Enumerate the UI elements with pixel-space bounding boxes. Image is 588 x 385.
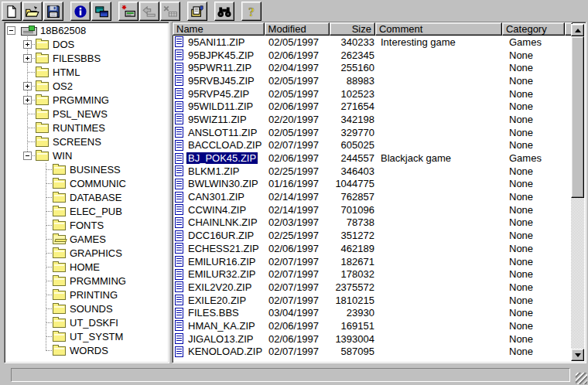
file-name-cell[interactable]: 95BJPK45.ZIP (173, 49, 265, 61)
tree-item-label[interactable]: FONTS (70, 220, 104, 231)
tree-item-label[interactable]: PRGMMING (70, 275, 126, 287)
selected-file-name[interactable]: BJ_POK45.ZIP (186, 152, 258, 164)
file-name-cell[interactable]: DCC16UR.ZIP (173, 230, 265, 241)
file-name[interactable]: CAN301.ZIP (186, 191, 246, 203)
column-header-comment[interactable]: Comment (375, 22, 502, 36)
file-name-cell[interactable]: 95RVBJ45.ZIP (173, 75, 265, 87)
find-button[interactable] (214, 2, 234, 21)
tree-item-label[interactable]: PRGMMING (53, 94, 109, 106)
table-row[interactable]: CHAINLNK.ZIP02/03/199778738None (173, 216, 573, 230)
scroll-down-button[interactable] (571, 349, 584, 361)
table-row[interactable]: 95WILD11.ZIP02/06/1997271654None (173, 100, 573, 113)
file-name[interactable]: JIGALO13.ZIP (186, 333, 255, 345)
file-name-cell[interactable]: 95PWR11.ZIP (173, 62, 265, 73)
file-name-cell[interactable]: EMILUR32.ZIP (173, 268, 265, 280)
table-row[interactable]: EXILE20.ZIP02/07/19971810215None (173, 294, 573, 307)
expand-icon[interactable] (23, 40, 32, 49)
table-row[interactable]: BLKM1.ZIP02/25/1997346403None (173, 165, 573, 178)
tree-item-label[interactable]: DATABASE (70, 192, 121, 203)
tree-item-label[interactable]: UT_DSKFI (70, 317, 118, 329)
file-name[interactable]: HMAN_KA.ZIP (186, 320, 257, 332)
tree-item-label[interactable]: HOME (70, 261, 100, 273)
collapse-icon[interactable] (23, 152, 32, 160)
table-row[interactable]: EMILUR16.ZIP02/07/1997182671None (173, 255, 573, 268)
tree-item-label[interactable]: GRAPHICS (70, 247, 122, 259)
tree-item-graphics[interactable]: GRAPHICS (5, 247, 169, 261)
file-name[interactable]: 95WILD11.ZIP (186, 101, 255, 112)
column-header-modified[interactable]: Modified (265, 22, 330, 36)
table-row[interactable]: CAN301.ZIP02/14/1997762857None (173, 190, 573, 203)
tree-item-label[interactable]: SOUNDS (70, 303, 113, 315)
table-row[interactable]: BACCLOAD.ZIP02/07/1997605025None (173, 139, 573, 152)
file-name[interactable]: 95RVP45.ZIP (186, 88, 251, 100)
table-row[interactable]: KENOLOAD.ZIP02/07/1997587095None (173, 346, 573, 359)
table-row[interactable]: CCWIN4.ZIP02/14/1997701096None (173, 203, 573, 216)
tree-item-label[interactable]: 18B62508 (40, 25, 86, 36)
file-name[interactable]: FILES.BBS (186, 307, 241, 319)
file-name-cell[interactable]: ECHESS21.ZIP (173, 243, 265, 254)
file-name-cell[interactable]: BJ_POK45.ZIP (173, 152, 265, 164)
tree-item-ut_systm[interactable]: UT_SYSTM (5, 330, 169, 344)
file-name[interactable]: 95RVBJ45.ZIP (186, 75, 256, 87)
tree-item-label[interactable]: WORDS (70, 345, 108, 356)
collapse-icon[interactable] (7, 26, 15, 35)
save-button[interactable] (43, 2, 63, 21)
file-name-cell[interactable]: BACCLOAD.ZIP (173, 139, 265, 151)
table-row[interactable]: 95ANI11.ZIP02/05/1997340233Interesting g… (173, 36, 573, 49)
tree-item-html[interactable]: HTML (5, 66, 169, 80)
tree-item-label[interactable]: ELEC_PUB (70, 206, 122, 217)
expand-icon[interactable] (23, 54, 32, 63)
expand-icon[interactable] (23, 96, 32, 104)
expand-icon[interactable] (23, 82, 32, 90)
table-row[interactable]: BJ_POK45.ZIP02/06/1997244557Blackjack ga… (173, 152, 573, 165)
tree-item-dos[interactable]: DOS (5, 38, 169, 52)
file-name[interactable]: 95WIZ11.ZIP (186, 114, 248, 125)
file-name[interactable]: CCWIN4.ZIP (186, 204, 248, 216)
table-row[interactable]: EXIL2V20.ZIP02/07/19972375572None (173, 281, 573, 294)
file-name-cell[interactable]: BWLWIN30.ZIP (173, 178, 265, 189)
column-header-name[interactable]: Name (173, 22, 265, 36)
table-row[interactable]: BWLWIN30.ZIP01/16/19971044775None (173, 178, 573, 191)
tree-item-filesbbs[interactable]: FILESBBS (5, 52, 169, 66)
tree-item-win[interactable]: WIN (5, 149, 169, 163)
tree-item-sounds[interactable]: SOUNDS (5, 302, 169, 316)
tree-item-prgmming[interactable]: PRGMMING (5, 274, 169, 288)
cascade-windows-button[interactable] (91, 2, 111, 21)
file-name-cell[interactable]: 95WIZ11.ZIP (173, 114, 265, 125)
table-row[interactable]: 95WIZ11.ZIP02/20/1997342198None (173, 113, 573, 126)
file-name-cell[interactable]: CCWIN4.ZIP (173, 204, 265, 216)
column-header-size[interactable]: Size (330, 22, 375, 36)
tree-item-screens[interactable]: SCREENS (5, 135, 169, 149)
file-name[interactable]: EXILE20.ZIP (186, 295, 248, 306)
file-name[interactable]: CHAINLNK.ZIP (186, 216, 259, 228)
table-row[interactable]: DCC16UR.ZIP02/25/1997351272None (173, 229, 573, 242)
table-row[interactable]: 95BJPK45.ZIP02/06/1997262345None (173, 49, 573, 62)
tree-item-label[interactable]: PSL_NEWS (53, 108, 108, 120)
file-name-cell[interactable]: CAN301.ZIP (173, 191, 265, 203)
file-name[interactable]: BLKM1.ZIP (186, 165, 241, 177)
tree-item-communic[interactable]: COMMUNIC (5, 177, 169, 191)
file-name-cell[interactable]: FILES.BBS (173, 307, 265, 319)
tree-item-label[interactable]: PRINTING (70, 289, 118, 301)
info-button[interactable] (70, 2, 91, 21)
file-name-cell[interactable]: BLKM1.ZIP (173, 165, 265, 177)
new-button[interactable] (2, 2, 22, 21)
add-record-button[interactable] (118, 2, 138, 21)
file-name-cell[interactable]: ANSLOT11.ZIP (173, 127, 265, 138)
file-name-cell[interactable]: 95ANI11.ZIP (173, 36, 265, 48)
file-name-cell[interactable]: KENOLOAD.ZIP (173, 346, 265, 357)
tree-item-label[interactable]: BUSINESS (70, 164, 121, 175)
tree-item-18b62508[interactable]: 18B62508 (5, 24, 169, 38)
vertical-scrollbar[interactable] (571, 24, 584, 361)
resize-grip-icon[interactable] (576, 373, 587, 384)
tree-item-prgmming[interactable]: PRGMMING (5, 94, 169, 107)
tree-item-label[interactable]: UT_SYSTM (70, 331, 123, 342)
tree-item-home[interactable]: HOME (5, 261, 169, 274)
tree-item-elec_pub[interactable]: ELEC_PUB (5, 205, 169, 219)
help-button[interactable]: ? (241, 2, 262, 21)
tree-item-printing[interactable]: PRINTING (5, 288, 169, 302)
table-row[interactable]: ANSLOT11.ZIP02/05/1997329770None (173, 126, 573, 139)
file-name-cell[interactable]: 95WILD11.ZIP (173, 101, 265, 112)
file-name[interactable]: ECHESS21.ZIP (186, 243, 261, 254)
tree-item-fonts[interactable]: FONTS (5, 219, 169, 233)
